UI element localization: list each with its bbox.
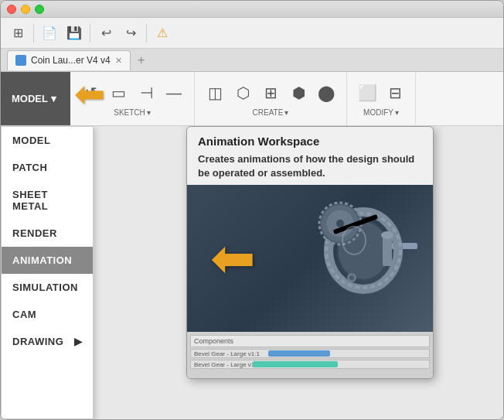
toolbar-separator-3 [146,24,147,43]
sketch-icon-2[interactable]: ▭ [106,80,131,105]
svg-rect-11 [383,235,392,266]
model-label: MODEL [12,93,48,104]
tab-bar: Coin Lau...er V4 v4 ✕ + [1,49,503,72]
create-icons: ◫ ⬡ ⊞ ⬢ ⬤ [203,80,339,105]
timeline-row-1-label: Bevel Gear - Large v1:1 [194,350,260,357]
workspace-dropdown-menu: MODEL PATCH SHEET METAL RENDER ANIMATION… [1,126,94,419]
grid-icon[interactable]: ⊞ [7,22,29,44]
create-dropdown-icon: ▾ [284,108,288,117]
maximize-button[interactable] [35,5,44,14]
mechanical-assembly-svg [263,185,433,316]
warning-icon[interactable]: ⚠ [152,22,173,44]
tooltip-timeline: Components Bevel Gear - Large v1:1 Bevel… [187,332,433,378]
create-icon-2[interactable]: ⬡ [230,80,255,105]
close-button[interactable] [7,5,16,14]
create-icon-5[interactable]: ⬤ [314,80,339,105]
tooltip-description: Creates animations of how the design sho… [198,152,422,180]
modify-icons: ⬜ ⊟ [355,80,407,105]
modify-label[interactable]: MODIFY ▾ [363,108,399,117]
svg-point-14 [349,275,354,280]
menu-item-sheet-metal[interactable]: SHEET METAL [2,181,93,220]
ribbon-modify-section: ⬜ ⊟ MODIFY ▾ [347,72,416,125]
main-toolbar: ⊞ 📄 💾 ↩ ↪ ⚠ [1,18,503,49]
menu-item-simulation[interactable]: SIMULATION [2,274,93,301]
sketch-label[interactable]: SKETCH ▾ [114,108,151,117]
main-area: MODEL PATCH SHEET METAL RENDER ANIMATION… [1,126,503,419]
tab-close-button[interactable]: ✕ [115,56,122,66]
timeline-row-1: Bevel Gear - Large v1:1 [190,349,430,358]
timeline-label: Components [194,337,233,345]
timeline-bar-2 [253,361,338,367]
minimize-button[interactable] [21,5,30,14]
sketch-dropdown-icon: ▾ [147,108,151,117]
title-bar [1,1,503,18]
create-icon-3[interactable]: ⊞ [258,80,283,105]
menu-item-render[interactable]: RENDER [2,220,93,247]
timeline-bar-1 [268,350,330,357]
ribbon-create-section: ◫ ⬡ ⊞ ⬢ ⬤ CREATE ▾ [195,72,347,125]
create-icon-4[interactable]: ⬢ [286,80,311,105]
file-icon[interactable]: 📄 [39,22,60,44]
menu-item-model[interactable]: MODEL [2,127,93,154]
timeline-row-2-label: Bevel Gear - Large v1:2 [194,361,260,368]
toolbar-separator-2 [90,24,90,43]
tab-label: Coin Lau...er V4 v4 [31,55,111,66]
timeline-header: Components [190,335,430,347]
model-menu-button[interactable]: MODEL ▾ [1,72,70,125]
save-icon[interactable]: 💾 [63,22,85,44]
menu-item-animation[interactable]: ANIMATION [2,247,93,274]
model-dropdown-icon: ▾ [51,93,56,104]
content-area: Animation Workspace Creates animations o… [94,126,503,419]
modify-icon-2[interactable]: ⊟ [383,80,407,105]
menu-item-cam[interactable]: CAM [2,301,93,328]
svg-point-12 [381,231,393,239]
sketch-icon-3[interactable]: ⊣ [134,80,158,105]
main-window: ⊞ 📄 💾 ↩ ↪ ⚠ Coin Lau...er V4 v4 ✕ + MODE… [0,0,504,420]
tab-add-button[interactable]: + [134,53,149,68]
tooltip-title: Animation Workspace [198,135,422,148]
tooltip-image-area: ⬅ [187,185,433,332]
undo-icon[interactable]: ↩ [95,22,117,44]
animation-workspace-tooltip: Animation Workspace Creates animations o… [186,126,434,379]
menu-item-patch[interactable]: PATCH [2,154,93,181]
back-arrow-indicator: ⬅ [74,76,105,113]
menu-item-drawing[interactable]: DRAWING ▶ [2,328,93,355]
sketch-icon-4[interactable]: — [162,80,186,105]
main-tab[interactable]: Coin Lau...er V4 v4 ✕ [7,50,131,70]
tooltip-left-arrow: ⬅ [210,231,256,285]
modify-icon-1[interactable]: ⬜ [355,80,380,105]
modify-dropdown-icon: ▾ [395,108,399,117]
svg-point-8 [336,220,344,227]
tooltip-header: Animation Workspace Creates animations o… [187,127,433,185]
create-label[interactable]: CREATE ▾ [253,108,289,117]
tab-file-icon [15,55,26,66]
drawing-submenu-arrow: ▶ [74,336,83,347]
toolbar-separator-1 [33,24,34,43]
ribbon: MODEL ▾ ⬅ ↺ ▭ ⊣ — SKETCH ▾ ◫ ⬡ ⊞ ⬢ [1,72,503,126]
timeline-row-2: Bevel Gear - Large v1:2 [190,360,430,369]
timeline-rows: Bevel Gear - Large v1:1 Bevel Gear - Lar… [190,349,430,369]
redo-icon[interactable]: ↪ [120,22,141,44]
create-icon-1[interactable]: ◫ [203,80,227,105]
